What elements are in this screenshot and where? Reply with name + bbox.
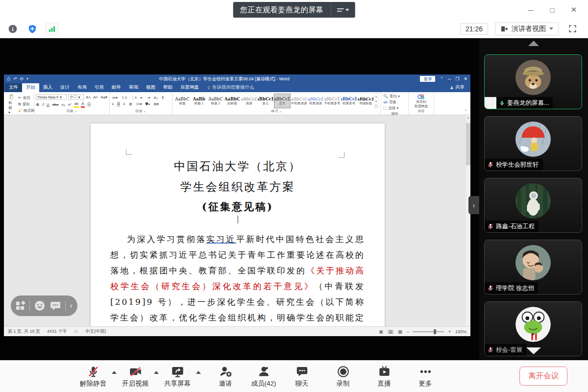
scrollbar-thumb[interactable] [466,123,470,165]
word-document-area[interactable]: I 中国石油大学（北京） 学生会组织改革方案 (征集意见稿) 为深入学习贯彻落实… [4,115,470,326]
baidu-netdisk-icon[interactable] [417,94,425,99]
bullet-list-icon[interactable]: ≔▾ [111,95,118,100]
start-video-button[interactable]: 开启视频 [120,365,151,388]
align-right-icon[interactable]: ≡ [122,101,126,107]
style-item[interactable]: AaBbCcDd书籍标题 [357,94,374,108]
shading-icon[interactable]: ⛊▾ [145,101,150,107]
copy-button[interactable]: ⧉复制 [18,101,35,107]
style-item[interactable]: AaBbC副标题 [224,94,241,108]
word-save-icon[interactable]: ⎙ [7,76,10,82]
share-options-caret[interactable] [193,371,204,374]
font-color-button[interactable]: A [81,101,84,108]
tab-view[interactable]: 视图 [142,83,159,92]
style-item[interactable]: AaBbC标题 [174,94,191,108]
document-scrollbar[interactable]: ▲ [465,115,470,326]
scrollbar-up-arrow[interactable]: ▲ [466,116,470,119]
word-undo-icon[interactable]: ↶ [13,76,17,81]
sort-icon[interactable]: A↓ [153,95,159,100]
cut-button[interactable]: ✂剪切 [18,95,35,100]
font-name-combo[interactable]: Times New F ▾ [36,94,67,100]
tab-references[interactable]: 引用 [91,83,108,92]
chat-bubble-icon[interactable] [49,300,61,312]
language-indicator[interactable]: 中文(中国) [85,328,106,335]
style-item-selected[interactable]: AaBbCcDd正文 [274,94,291,108]
participant-tile[interactable]: 校学生会郭世轩 [484,116,582,171]
strikethrough-button[interactable]: abc [52,102,59,107]
paste-button[interactable]: 粘贴 ▾ [6,94,16,115]
participant-tile[interactable]: 姜燕龙的屏幕... [484,54,582,109]
decrease-indent-icon[interactable]: ⇤ [140,95,144,100]
tab-review[interactable]: 审阅 [125,83,142,92]
proofing-icon[interactable]: ⌷⌷ [74,329,79,334]
meeting-info-icon[interactable] [6,23,20,35]
banner-menu-button[interactable] [330,2,355,18]
select-button[interactable]: ⬚选择 ▾ [383,105,407,111]
style-item[interactable]: AaBbCcDd明显强调 [307,94,324,108]
web-layout-icon[interactable]: ▦ [397,329,403,334]
word-login-button[interactable]: 登录 [420,76,435,82]
chat-button[interactable]: 聊天 [286,365,318,388]
style-item[interactable]: AaBbCcDd要点 [257,94,274,108]
tab-help[interactable]: 帮助 [159,83,176,92]
scroll-up-arrow[interactable] [528,41,539,46]
justify-icon[interactable]: ≣ [128,101,133,107]
participant-tile[interactable]: 路鑫-石油工程 [484,178,582,233]
styles-gallery-scroll[interactable]: ▴▾≡ [374,94,378,108]
unmute-button[interactable]: 解除静音 [77,365,109,388]
change-case-icon[interactable]: Aa▾ [100,95,108,100]
video-options-caret[interactable] [151,371,162,374]
leave-meeting-button[interactable]: 离开会议 [519,367,567,386]
word-redo-icon[interactable]: ⟳ [20,76,24,81]
tab-baidu-netdisk[interactable]: 百度网盘 [176,83,203,92]
collapse-pill-chevron-icon[interactable]: ‹ [70,302,74,310]
align-center-icon[interactable]: ≡ [117,101,121,107]
borders-icon[interactable]: ⊞▾ [153,101,159,107]
find-button[interactable]: 🔍查找 ▾ [383,94,407,99]
document-page[interactable]: I 中国石油大学（北京） 学生会组织改革方案 (征集意见稿) 为深入学习贯彻落实… [91,123,385,326]
numbered-list-icon[interactable]: ⒈≡ [121,95,128,100]
superscript-button[interactable]: x² [68,102,72,107]
record-button[interactable]: 录制 [327,365,359,388]
invite-button[interactable]: 邀请 [210,365,241,388]
font-size-combo[interactable]: 小二 ▾ [68,94,84,100]
highlight-color-button[interactable]: ab [74,101,79,108]
mic-options-caret[interactable] [109,371,120,374]
zoom-slider-thumb[interactable] [434,329,436,334]
zoom-slider[interactable] [413,331,444,332]
align-left-icon[interactable]: ≡ [111,101,115,107]
word-close-button[interactable]: ✕ [464,76,467,81]
more-button[interactable]: 更多 [410,365,441,388]
network-quality-icon[interactable] [45,23,59,35]
members-button[interactable]: 成员(42) [245,365,282,388]
character-border-icon[interactable]: Ⓐ [87,102,92,107]
style-item[interactable]: AaBbC标题 2 [207,94,224,108]
security-shield-icon[interactable] [25,23,39,35]
print-layout-icon[interactable]: ▤ [388,329,394,334]
sidebar-collapse-handle[interactable]: › [468,196,479,214]
live-stream-button[interactable]: 直播 [368,365,400,388]
word-ribbon-display-icon[interactable]: ⌃ [440,76,443,81]
tab-file[interactable]: 文件 [5,83,22,92]
subscript-button[interactable]: x₂ [61,102,66,107]
word-restore-button[interactable]: ❐ [455,76,459,81]
italic-button[interactable]: I [42,102,44,107]
word-minimize-button[interactable]: ─ [448,76,451,81]
replace-button[interactable]: ab替换 [383,99,407,105]
word-count[interactable]: 4431 个字 [47,328,67,335]
scroll-down-arrow[interactable] [526,347,541,354]
tab-mailings[interactable]: 邮件 [108,83,125,92]
line-spacing-icon[interactable]: ↕≡▾ [135,101,143,107]
bold-button[interactable]: B [36,102,40,107]
view-mode-dropdown[interactable]: 演讲者视图 [495,23,559,35]
zoom-in-button[interactable]: ＋ [447,328,452,335]
style-item[interactable]: AaBbCcDd不明显参考 [324,94,341,108]
tab-home[interactable]: 开始 [22,83,39,92]
fullscreen-button[interactable] [565,23,579,35]
tell-me-box[interactable]: 告诉我你想要做什么 [203,83,258,92]
close-button[interactable]: ✕ [566,2,581,17]
underline-button[interactable]: U [46,102,50,107]
zoom-out-button[interactable]: − [407,329,409,334]
maximize-button[interactable]: □ [545,2,560,17]
annotation-tools-icon[interactable] [15,300,25,311]
multilevel-list-icon[interactable]: ⋮≡ [130,95,138,100]
